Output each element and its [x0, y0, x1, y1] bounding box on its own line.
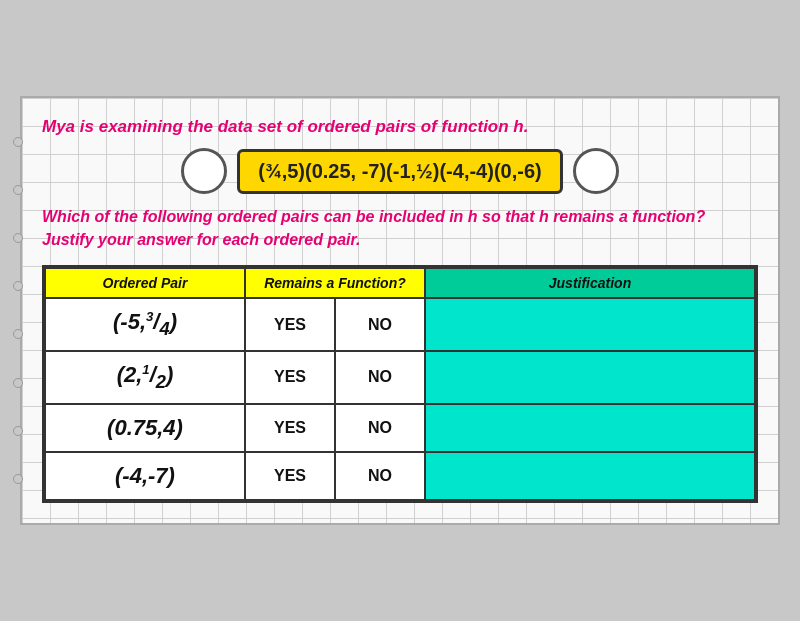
- table-row: (-4,-7) YES NO: [45, 452, 755, 500]
- binding-hole: [13, 474, 23, 484]
- justification-cell[interactable]: [425, 404, 755, 452]
- main-table: Ordered Pair Remains a Function? Justifi…: [44, 267, 756, 500]
- table-row: (-5,3/4) YES NO: [45, 298, 755, 351]
- table-wrapper: Ordered Pair Remains a Function? Justifi…: [42, 265, 758, 502]
- binding-hole: [13, 426, 23, 436]
- col-header-function: Remains a Function?: [245, 268, 425, 298]
- binding-hole: [13, 378, 23, 388]
- col-header-justification: Justification: [425, 268, 755, 298]
- binding-hole: [13, 233, 23, 243]
- main-card: Mya is examining the data set of ordered…: [20, 96, 780, 524]
- yes-cell[interactable]: YES: [245, 404, 335, 452]
- table-row: (0.75,4) YES NO: [45, 404, 755, 452]
- yes-cell[interactable]: YES: [245, 351, 335, 404]
- table-row: (2,1/2) YES NO: [45, 351, 755, 404]
- binding-hole: [13, 185, 23, 195]
- intro-text: Mya is examining the data set of ordered…: [42, 116, 758, 138]
- binding-hole: [13, 281, 23, 291]
- formula-row: (¾,5)(0.25, -7)(-1,½)(-4,-4)(0,-6): [42, 148, 758, 194]
- justification-cell[interactable]: [425, 452, 755, 500]
- right-circle-icon: [573, 148, 619, 194]
- justification-cell[interactable]: [425, 351, 755, 404]
- question-text: Which of the following ordered pairs can…: [42, 206, 758, 251]
- ordered-pair-cell: (2,1/2): [45, 351, 245, 404]
- binding-hole: [13, 329, 23, 339]
- no-cell[interactable]: NO: [335, 351, 425, 404]
- no-cell[interactable]: NO: [335, 298, 425, 351]
- formula-box: (¾,5)(0.25, -7)(-1,½)(-4,-4)(0,-6): [237, 149, 562, 194]
- ordered-pair-cell: (0.75,4): [45, 404, 245, 452]
- binding-strip: [12, 98, 24, 522]
- justification-cell[interactable]: [425, 298, 755, 351]
- no-cell[interactable]: NO: [335, 404, 425, 452]
- yes-cell[interactable]: YES: [245, 452, 335, 500]
- binding-hole: [13, 137, 23, 147]
- ordered-pair-cell: (-4,-7): [45, 452, 245, 500]
- col-header-pair: Ordered Pair: [45, 268, 245, 298]
- ordered-pair-cell: (-5,3/4): [45, 298, 245, 351]
- no-cell[interactable]: NO: [335, 452, 425, 500]
- yes-cell[interactable]: YES: [245, 298, 335, 351]
- left-circle-icon: [181, 148, 227, 194]
